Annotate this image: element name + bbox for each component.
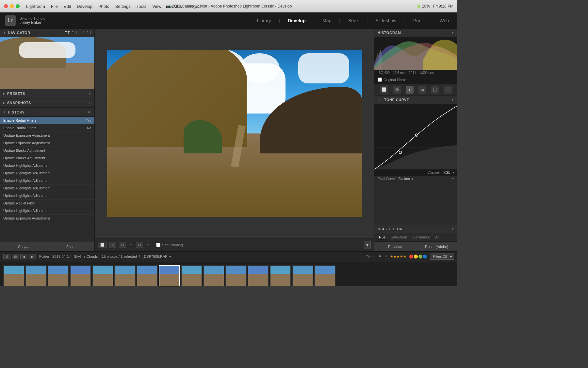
filmstrip-thumb[interactable] xyxy=(48,265,69,287)
zoom-fill[interactable]: FILL xyxy=(72,31,78,35)
previous-button[interactable]: Previous xyxy=(374,242,416,251)
history-item[interactable]: Update Highlights Adjustment xyxy=(0,169,94,177)
nav-map[interactable]: Map xyxy=(319,17,335,25)
menu-photo[interactable]: Photo xyxy=(98,4,109,9)
grid-tool-button[interactable]: ⊞ xyxy=(109,242,116,248)
history-item[interactable]: Update Exposure Adjustment xyxy=(0,132,94,139)
status-nav-buttons[interactable]: ⊞ ⊟ ◀ ▶ xyxy=(3,254,36,259)
presets-add-button[interactable]: + xyxy=(89,91,91,96)
point-curve-value[interactable]: Custom xyxy=(399,177,410,181)
overlay-tool-button[interactable]: ⊡ xyxy=(136,242,143,248)
filmstrip-grid-button[interactable]: ⊞ xyxy=(3,254,10,259)
histogram-header[interactable]: Histogram ▼ xyxy=(374,29,457,37)
history-item[interactable]: Update Highlights Adjustment xyxy=(0,162,94,169)
module-nav[interactable]: Library | Develop | Map | Book | Slidesh… xyxy=(254,17,452,25)
crop-tool-button[interactable]: ⬜ xyxy=(98,242,106,248)
channel-value[interactable]: RGB xyxy=(443,171,450,174)
menu-edit[interactable]: Edit xyxy=(64,4,71,9)
tab-saturation[interactable]: Saturation xyxy=(389,235,408,240)
history-item[interactable]: Update Highlights Adjustment xyxy=(0,177,94,184)
nav-slideshow[interactable]: Slideshow xyxy=(372,17,400,25)
minimize-button[interactable] xyxy=(10,4,14,8)
tone-curve-header[interactable]: Tone Curve ▼ xyxy=(374,96,457,104)
filmstrip-thumb[interactable] xyxy=(248,265,269,287)
filmstrip-thumb[interactable] xyxy=(225,265,247,287)
nav-next-button[interactable]: ▶ xyxy=(29,254,36,259)
history-item[interactable]: Update Exposure Adjustment xyxy=(0,139,94,147)
soft-proofing-checkbox[interactable] xyxy=(156,243,160,247)
spot-removal-icon[interactable]: ◎ xyxy=(393,86,401,94)
original-photo-checkbox[interactable] xyxy=(378,78,382,82)
nav-web[interactable]: Web xyxy=(436,17,452,25)
navigator-header[interactable]: ▼ Navigator FIT FILL 1:1 2:1 xyxy=(0,29,94,37)
filmstrip-thumb[interactable] xyxy=(25,265,47,287)
history-item[interactable]: Enable Radial FiltersYes xyxy=(0,117,94,124)
filmstrip-thumb[interactable] xyxy=(203,265,224,287)
menu-develop[interactable]: Develop xyxy=(77,4,92,9)
filmstrip-thumb[interactable] xyxy=(159,265,180,287)
close-button[interactable] xyxy=(4,4,8,8)
tab-hue[interactable]: Hue xyxy=(378,235,387,240)
nav-develop[interactable]: Develop xyxy=(285,17,309,25)
soft-proofing-toggle[interactable]: Soft Proofing xyxy=(156,243,183,247)
original-photo-check[interactable]: Original Photo xyxy=(374,76,457,83)
filmstrip-thumb[interactable] xyxy=(181,265,202,287)
filmstrip-thumb[interactable] xyxy=(114,265,136,287)
filmstrip-compare-button[interactable]: ⊟ xyxy=(12,254,19,259)
radial-filter-icon[interactable]: ◯ xyxy=(431,86,439,94)
history-item[interactable]: Update Highlights Adjustment xyxy=(0,207,94,215)
adjustment-brush-icon[interactable]: — xyxy=(444,86,452,94)
menu-file[interactable]: File xyxy=(51,4,58,9)
point-curve-edit-icon[interactable]: ✏ xyxy=(451,177,454,181)
info-toggle-button[interactable]: ▾ xyxy=(364,241,371,249)
filmstrip-thumb[interactable] xyxy=(270,265,291,287)
history-item[interactable]: Update Exposure Adjustment xyxy=(0,215,94,222)
filmstrip-thumb[interactable] xyxy=(3,265,24,287)
red-eye-icon[interactable]: ● xyxy=(406,86,414,94)
presets-header[interactable]: ▶ Presets + xyxy=(0,89,94,98)
filter-reject-icon[interactable]: ⚐ xyxy=(384,254,387,259)
zoom-controls[interactable]: FIT FILL 1:1 2:1 xyxy=(65,31,91,35)
tab-all[interactable]: All xyxy=(434,235,440,240)
reset-button[interactable]: Reset (Adobe) xyxy=(416,242,458,251)
history-close-button[interactable]: ✕ xyxy=(88,110,91,114)
hsl-header[interactable]: HSL / Color ▼ xyxy=(374,225,457,233)
menu-view[interactable]: View xyxy=(152,4,161,9)
crop-tool-icon[interactable]: ⬜ xyxy=(380,86,388,94)
tone-curve-canvas[interactable] xyxy=(374,104,457,169)
history-item[interactable]: Update Highlights Adjustment xyxy=(0,192,94,200)
filter-star-icons[interactable]: ★★★★★ xyxy=(390,254,406,259)
history-header[interactable]: ▼ History ✕ xyxy=(0,108,94,117)
maximize-button[interactable] xyxy=(16,4,20,8)
paste-button[interactable]: Paste xyxy=(47,242,94,251)
photo-container[interactable] xyxy=(95,29,374,238)
snapshots-header[interactable]: ▶ Snapshots + xyxy=(0,98,94,107)
filmstrip-thumb[interactable] xyxy=(92,265,113,287)
snapshots-add-button[interactable]: + xyxy=(89,100,91,105)
zoom-2-1[interactable]: 2:1 xyxy=(87,31,91,35)
filmstrip-thumb[interactable] xyxy=(292,265,313,287)
filters-dropdown[interactable]: Filters Off xyxy=(430,254,454,260)
copy-button[interactable]: Copy... xyxy=(0,242,47,251)
history-item[interactable]: Enable Radial FiltersNo xyxy=(0,124,94,132)
graduated-filter-icon[interactable]: ▭ xyxy=(418,86,426,94)
filter-flag-icon[interactable]: ⚑ xyxy=(378,254,382,259)
history-item[interactable]: Update Radial Filter xyxy=(0,200,94,207)
nav-print[interactable]: Print xyxy=(410,17,426,25)
history-item[interactable]: Update Blacks Adjustment xyxy=(0,147,94,154)
menu-lightroom[interactable]: Lightroom xyxy=(26,4,45,9)
filmstrip-thumb[interactable] xyxy=(70,265,91,287)
tab-luminance[interactable]: Luminance xyxy=(411,235,431,240)
filter-color-icons[interactable]: 🔴🟡🟢🔵 xyxy=(409,254,427,259)
zoom-fit[interactable]: FIT xyxy=(65,31,70,35)
nav-book[interactable]: Book xyxy=(345,17,362,25)
menu-settings[interactable]: Settings xyxy=(115,4,131,9)
history-item[interactable]: Update Highlights Adjustment xyxy=(0,184,94,192)
filmstrip-thumb[interactable] xyxy=(314,265,335,287)
history-item[interactable]: Update Blacks Adjustment xyxy=(0,154,94,162)
hsl-tabs[interactable]: Hue Saturation Luminance All xyxy=(374,233,457,241)
zoom-1-1[interactable]: 1:1 xyxy=(80,31,85,35)
filmstrip-thumb[interactable] xyxy=(137,265,158,287)
compare-tool-button[interactable]: ⊟ xyxy=(119,242,126,248)
menu-tools[interactable]: Tools xyxy=(137,4,146,9)
